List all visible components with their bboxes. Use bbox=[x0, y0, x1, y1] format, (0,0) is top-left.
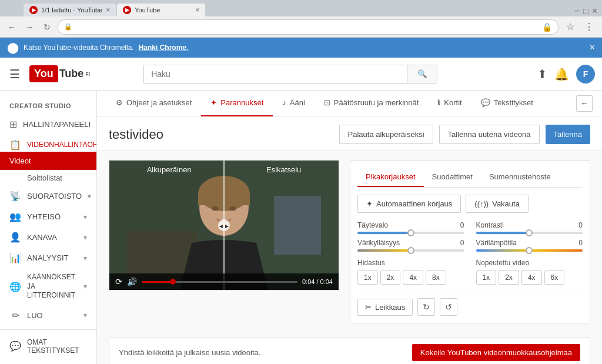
infobar-text: Katso YouTube-videoita Chromella. bbox=[24, 44, 134, 52]
slowmo-buttons: 1x 2x 4x 8x bbox=[357, 271, 464, 285]
url-input[interactable]: https://www.youtube.com/enhance?video_re… bbox=[75, 23, 540, 31]
sidebar-label-analytics: ANALYYSIT bbox=[27, 253, 69, 262]
contrast-slider-container: Kontrasti 0 bbox=[476, 221, 583, 234]
sidebar-label-translations: KÄÄNNÖKSET JA LITTEROINNIT bbox=[27, 273, 78, 300]
slowmo-1x[interactable]: 1x bbox=[357, 271, 378, 285]
colortemp-track[interactable] bbox=[476, 249, 583, 252]
ad-bar-button[interactable]: Kokeile YouTuben videonmuokkausohjelmaa bbox=[412, 344, 580, 361]
sidebar-item-videos[interactable]: Videot bbox=[0, 152, 96, 170]
contrast-track[interactable] bbox=[476, 232, 583, 234]
search-button[interactable]: 🔍 bbox=[407, 65, 437, 84]
back-button[interactable]: ← bbox=[5, 20, 19, 34]
saturation-thumb[interactable] bbox=[407, 247, 414, 254]
speedup-2x[interactable]: 2x bbox=[499, 271, 519, 285]
redo-button[interactable]: ↻ bbox=[417, 298, 435, 316]
save-button[interactable]: Tallenna bbox=[546, 125, 590, 144]
contrast-label: Kontrasti bbox=[476, 221, 504, 229]
browser-restore[interactable]: □ bbox=[583, 6, 588, 16]
play-button[interactable]: ⟳ bbox=[115, 277, 122, 286]
tab-audio[interactable]: ♪ Ääni bbox=[273, 91, 315, 116]
forward-button[interactable]: → bbox=[22, 20, 36, 34]
infobar-close-btn[interactable]: × bbox=[590, 42, 595, 53]
upload-icon[interactable]: ⬆ bbox=[537, 67, 547, 81]
tab-cards[interactable]: ℹ Kortit bbox=[428, 91, 471, 116]
browser-minimize[interactable]: − bbox=[574, 6, 580, 16]
save-new-button[interactable]: Tallenna uutena videona bbox=[439, 125, 540, 144]
slowmo-2x[interactable]: 2x bbox=[380, 271, 401, 285]
sidebar-item-analytics[interactable]: 📊 ANALYYSIT ▾ bbox=[0, 248, 96, 268]
menu-button[interactable]: ☰ bbox=[7, 65, 22, 84]
bookmark-btn[interactable]: ☆ bbox=[562, 19, 578, 35]
colortemp-slider-container: Värilämpötila 0 bbox=[476, 239, 583, 252]
slowmo-label: Hidastus bbox=[357, 259, 464, 267]
enhance-back-btn[interactable]: ← bbox=[576, 95, 593, 112]
youtube-logo-fi: FI bbox=[85, 71, 90, 77]
contrast-thumb[interactable] bbox=[526, 229, 533, 236]
sidebar-item-create[interactable]: ✏ LUO ▾ bbox=[0, 305, 96, 326]
address-bar[interactable]: 🔒 https://www.youtube.com/enhance?video_… bbox=[58, 19, 558, 35]
tab-close-enhance[interactable]: × bbox=[106, 6, 110, 14]
browser-tab-enhance[interactable]: ▶ 1/1 ladattu - YouTube × bbox=[24, 4, 116, 16]
sidebar-item-videomanager[interactable]: 📋 VIDEONHALLINTAOHJELMA bbox=[0, 135, 96, 152]
tab-close-youtube[interactable]: × bbox=[195, 6, 199, 14]
sidebar-item-channel[interactable]: 👤 KANAVA ▾ bbox=[0, 227, 96, 248]
tab-favicon-youtube: ▶ bbox=[123, 6, 131, 14]
refresh-button[interactable]: ↻ bbox=[40, 20, 54, 34]
wand-icon: ✦ bbox=[366, 199, 373, 208]
stabilize-button[interactable]: ((↑)) Vakauta bbox=[466, 195, 529, 213]
sidebar-item-dashboard[interactable]: ⊞ HALLINTAPANEELI bbox=[0, 114, 96, 135]
tab-label-instructions: Ohjeet ja asetukset bbox=[126, 98, 192, 107]
revert-button[interactable]: Palauta alkuperäiseksi bbox=[339, 125, 433, 144]
auto-correction-button[interactable]: ✦ Automaattinen korjaus bbox=[357, 195, 461, 213]
notifications-icon[interactable]: 🔔 bbox=[554, 67, 569, 81]
brightness-track[interactable] bbox=[357, 232, 464, 234]
sidebar-label-channel: KANAVA bbox=[27, 233, 57, 242]
sidebar-item-playlists[interactable]: Soittolistat bbox=[27, 170, 96, 186]
inner-tab-quickfix[interactable]: Pikakorjaukset bbox=[357, 168, 424, 187]
saturation-track[interactable] bbox=[357, 249, 464, 252]
sidebar-label-subtitles: OMAT TEKSTITYKSET bbox=[27, 338, 87, 355]
tab-endscreen[interactable]: ⊡ Päätösruutu ja merkinnät bbox=[315, 91, 429, 116]
brightness-thumb[interactable] bbox=[407, 229, 414, 236]
browser-close[interactable]: × bbox=[592, 6, 597, 16]
slowmo-8x[interactable]: 8x bbox=[426, 271, 446, 285]
avatar[interactable]: F bbox=[576, 65, 595, 84]
trim-button[interactable]: ✂ Leikkaus bbox=[357, 299, 413, 316]
progress-bar[interactable] bbox=[142, 281, 297, 283]
youtube-logo[interactable]: You Tube FI bbox=[29, 65, 90, 82]
sidebar-item-subtitles[interactable]: 💬 OMAT TEKSTITYKSET bbox=[0, 333, 96, 359]
infobar-link[interactable]: Hanki Chrome. bbox=[139, 44, 189, 52]
speedup-4x[interactable]: 4x bbox=[521, 271, 542, 285]
browser-tab-youtube[interactable]: ▶ YouTube × bbox=[117, 4, 205, 16]
sidebar-help-container: Ohje ja palaute bbox=[0, 359, 96, 364]
speedup-6x[interactable]: 6x bbox=[544, 271, 565, 285]
undo-button[interactable]: ↺ bbox=[440, 298, 457, 316]
chrome-infobar: ⬤ Katso YouTube-videoita Chromella. Hank… bbox=[0, 38, 602, 58]
sidebar-label-livestream: SUORATOISTO bbox=[27, 192, 82, 201]
trim-label: Leikkaus bbox=[375, 303, 405, 312]
search-input[interactable] bbox=[143, 65, 407, 84]
tab-enhancements[interactable]: ✦ Parannukset bbox=[201, 91, 273, 116]
inner-tab-blur[interactable]: Sumennus­tehoste bbox=[481, 168, 559, 187]
speedup-1x[interactable]: 1x bbox=[476, 271, 497, 285]
subtitles-toolbar-icon: 💬 bbox=[481, 98, 490, 107]
saturation-fill bbox=[357, 249, 411, 252]
sidebar-label-create: LUO bbox=[27, 311, 43, 320]
sidebar-label-dashboard: HALLINTAPANEELI bbox=[23, 120, 91, 129]
scissors-icon: ✂ bbox=[365, 303, 372, 312]
sidebar-item-translations[interactable]: 🌐 KÄÄNNÖKSET JA LITTEROINNIT ▾ bbox=[0, 268, 96, 305]
colortemp-thumb[interactable] bbox=[526, 247, 533, 254]
sidebar-submenu-videos: Soittolistat bbox=[0, 170, 96, 186]
speedup-container: Nopeutettu video 1x 2x 4x 6x bbox=[476, 259, 583, 285]
tab-label-cards: Kortit bbox=[444, 98, 461, 107]
slowmo-4x[interactable]: 4x bbox=[403, 271, 423, 285]
inner-tab-filters[interactable]: Suodattimet bbox=[424, 168, 481, 187]
contrast-value: 0 bbox=[578, 221, 583, 229]
volume-button[interactable]: 🔊 bbox=[127, 277, 137, 286]
sidebar-item-community[interactable]: 👥 YHTEISÖ ▾ bbox=[0, 206, 96, 227]
tab-subtitles-toolbar[interactable]: 💬 Tekstitykset bbox=[471, 91, 543, 116]
sidebar-item-livestream[interactable]: 📡 SUORATOISTO ▾ bbox=[0, 186, 96, 206]
tab-instructions[interactable]: ⚙ Ohjeet ja asetukset bbox=[106, 91, 201, 116]
browser-menu-btn[interactable]: ⋮ bbox=[581, 19, 597, 35]
progress-thumb[interactable] bbox=[170, 279, 176, 285]
